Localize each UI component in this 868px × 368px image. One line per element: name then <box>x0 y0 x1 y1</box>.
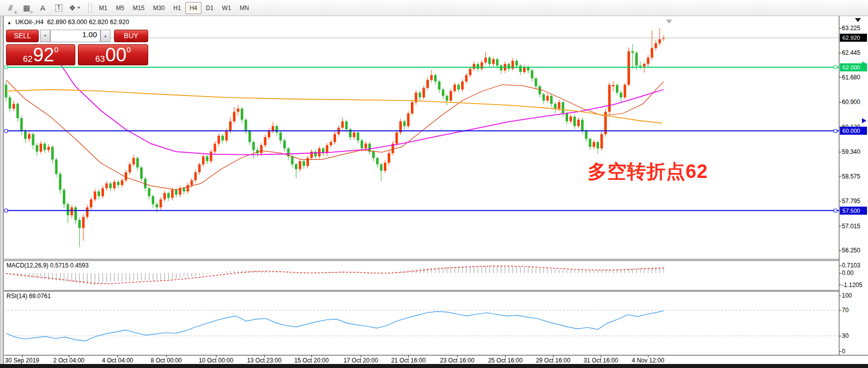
timeframe-button-h4[interactable]: H4 <box>185 2 201 14</box>
axis-tick-mark <box>839 296 841 296</box>
candle-body <box>446 96 448 101</box>
candle-body <box>650 48 653 58</box>
arrange-windows-icon[interactable]: ❖▼ <box>67 2 82 15</box>
arrange-windows-icon: ❖ <box>69 4 75 13</box>
time-axis-label: 13 Oct 23:00 <box>247 357 282 364</box>
timeframe-button-m1[interactable]: M1 <box>95 2 112 14</box>
candle-body <box>279 133 282 141</box>
candle-body <box>260 145 263 153</box>
candle-body <box>82 217 85 228</box>
line-endpoint-handle[interactable] <box>5 66 8 69</box>
candle-body <box>186 185 189 192</box>
candle-body <box>550 96 553 104</box>
panel-splitter-macd[interactable] <box>4 259 839 261</box>
rsi-axis-label: 70 <box>842 307 867 314</box>
grid-icon[interactable]: ▦F <box>19 2 34 15</box>
timeframe-button-m15[interactable]: M15 <box>129 2 148 14</box>
candle-body <box>593 142 595 147</box>
candle-body <box>218 136 220 144</box>
timeframe-button-h1[interactable]: H1 <box>169 2 185 14</box>
candle-body <box>570 117 572 122</box>
grid-icon: ▦ <box>23 4 30 13</box>
text-icon[interactable]: A <box>35 2 50 15</box>
candle-body <box>380 164 382 171</box>
line-endpoint-handle[interactable] <box>5 209 8 212</box>
time-axis-label: 23 Oct 16:00 <box>440 357 475 364</box>
candle-body <box>283 140 286 148</box>
sell-price-small: 62 <box>23 55 33 63</box>
buy-price-sup: 0 <box>127 46 131 53</box>
timeframe-button-m30[interactable]: M30 <box>149 2 169 14</box>
blue-line-edge-arrow-icon <box>862 118 866 123</box>
candle-body <box>597 142 599 149</box>
volume-input[interactable]: 1.00 <box>50 30 100 42</box>
candle-body <box>272 126 274 131</box>
candle-body <box>129 164 131 172</box>
candle-body <box>473 64 475 69</box>
timeframe-button-m5[interactable]: M5 <box>112 2 129 14</box>
candle-body <box>418 93 421 98</box>
dropdown-caret-icon[interactable]: ▼ <box>77 6 81 10</box>
candle-body <box>430 75 433 80</box>
panel-splitter-rsi[interactable] <box>4 290 839 292</box>
time-axis-label: 15 Oct 20:00 <box>294 357 329 364</box>
price-tick-label: 57.795 <box>842 198 867 205</box>
toolbar-grip[interactable] <box>88 3 92 13</box>
macd-signal-line <box>6 266 664 284</box>
candle-body <box>469 69 472 75</box>
sell-price-button[interactable]: 62 92 0 <box>6 44 75 65</box>
text-label-icon[interactable]: T <box>51 2 66 15</box>
candle-body <box>229 121 232 131</box>
price-tick-label: 59.340 <box>842 148 867 155</box>
candle-body <box>531 70 533 78</box>
time-axis-label: 17 Oct 20:00 <box>344 357 378 364</box>
price-tick-label: 61.680 <box>842 74 867 81</box>
axis-tick-mark <box>839 285 841 285</box>
candle-body <box>163 193 166 200</box>
window-left-edge <box>0 16 4 364</box>
candle-body <box>24 131 27 139</box>
icon-subscript: E <box>15 10 17 15</box>
price-tick-label: 58.575 <box>842 173 867 180</box>
text-label-icon: T <box>55 4 62 12</box>
volume-decrease-button[interactable]: ▼ <box>40 30 50 42</box>
buy-button[interactable]: BUY <box>114 30 148 42</box>
axis-tick-mark <box>839 53 841 53</box>
green-line-edge-arrow-icon <box>862 61 866 66</box>
candle-body <box>40 144 42 152</box>
candle-body <box>365 144 367 149</box>
line-endpoint-handle[interactable] <box>834 209 837 212</box>
candle-body <box>299 161 301 169</box>
macd-indicator-plot[interactable] <box>4 261 839 290</box>
sell-button[interactable]: SELL <box>6 30 39 42</box>
level-price-badge: 57.500 <box>840 207 867 215</box>
candle-body <box>101 188 104 196</box>
price-tick-label: 56.250 <box>842 247 867 254</box>
macd-histogram <box>6 265 664 285</box>
candle-body <box>160 200 162 208</box>
line-endpoint-handle[interactable] <box>834 129 837 132</box>
scroll-corner-icon[interactable] <box>855 18 861 22</box>
chart-shift-marker-icon[interactable] <box>666 20 672 24</box>
candle-body <box>616 85 618 93</box>
timeframe-button-d1[interactable]: D1 <box>202 2 218 14</box>
candle-body <box>97 192 100 197</box>
candle-body <box>105 183 108 189</box>
time-axis-label: 21 Oct 16:00 <box>391 357 426 364</box>
buy-price-button[interactable]: 63 00 0 <box>78 44 148 65</box>
volume-increase-button[interactable]: ▲ <box>100 30 111 42</box>
axis-tick-mark <box>839 265 841 266</box>
line-endpoint-handle[interactable] <box>5 129 8 132</box>
timeframe-button-w1[interactable]: W1 <box>218 2 235 14</box>
candle-body <box>74 207 77 220</box>
timeframe-button-mn[interactable]: MN <box>236 2 253 14</box>
line-endpoint-handle[interactable] <box>834 66 837 69</box>
rsi-indicator-plot[interactable] <box>4 292 839 355</box>
candle-body <box>655 43 657 48</box>
candle-body <box>554 104 557 109</box>
line-studies-icon[interactable]: ⫻E <box>3 2 18 15</box>
candle-body <box>222 136 224 141</box>
candle-body <box>395 133 398 144</box>
candle-body <box>194 172 197 180</box>
candle-body <box>481 62 483 69</box>
